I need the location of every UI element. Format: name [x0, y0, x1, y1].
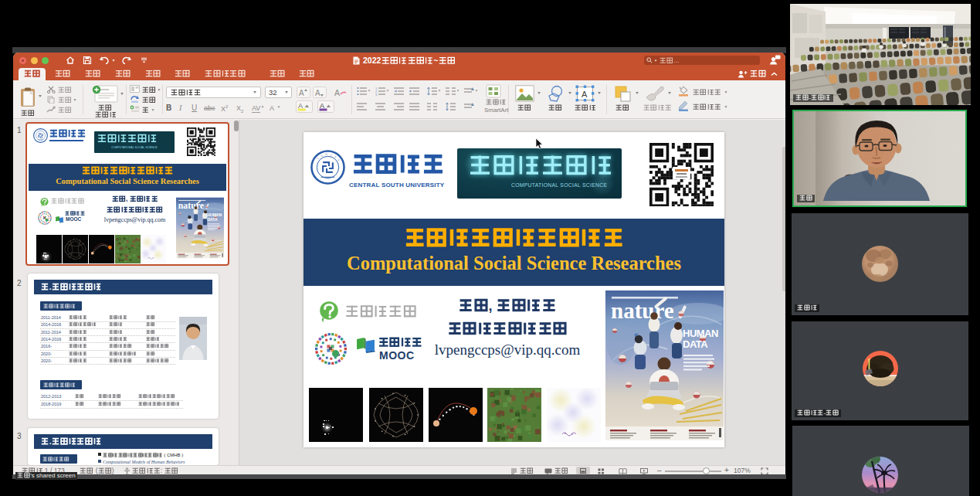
svg-text:DATA: DATA [208, 217, 218, 222]
svg-text:3: 3 [375, 93, 378, 97]
svg-text:nature: nature [611, 298, 674, 323]
svg-text:A: A [334, 88, 340, 97]
svg-text:HUMAN: HUMAN [683, 328, 718, 339]
svg-text:DATA: DATA [683, 338, 708, 350]
svg-text:U: U [39, 130, 40, 131]
svg-text:A: A [298, 102, 303, 110]
svg-text:A: A [315, 89, 320, 97]
svg-text:nature: nature [178, 201, 204, 211]
svg-text:HUMAN: HUMAN [208, 212, 222, 217]
svg-text:A: A [320, 102, 324, 110]
svg-text:A: A [299, 89, 304, 97]
svg-text:A: A [582, 90, 588, 99]
svg-text:U: U [326, 153, 327, 156]
